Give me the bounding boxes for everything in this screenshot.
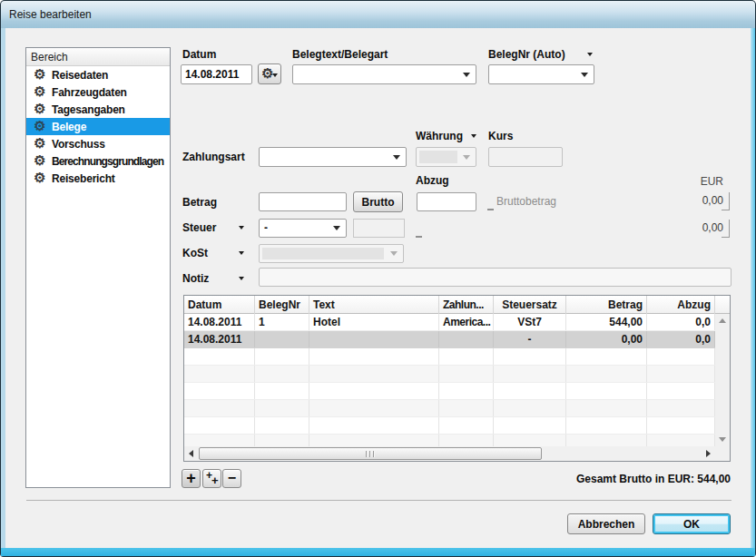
table-cell: 14.08.2011 [184,314,255,330]
sidebar-item-label: Tagesangaben [52,103,125,116]
table-row[interactable]: 14.08.2011-0,000,0 [184,331,715,348]
scroll-left-icon[interactable] [189,450,193,457]
sidebar-item-vorschuss[interactable]: ⚙Vorschuss [26,135,170,152]
table-row[interactable] [184,400,715,417]
steuerbetrag-field-corner [722,220,730,238]
table-cell [439,400,494,416]
table-row[interactable] [184,348,715,366]
scroll-up-icon[interactable] [719,318,726,323]
waehrung-options-icon[interactable] [471,134,476,138]
scrollbar-thumb[interactable] [199,447,542,460]
window-border-bottom [1,548,755,556]
table-cell [566,348,647,365]
belegnr-options-icon[interactable] [587,53,593,56]
column-header-steuersatz[interactable]: Steuersatz [494,296,566,314]
zahlungsart-combobox[interactable] [259,147,407,167]
ok-button[interactable]: OK [653,513,731,534]
table-cell: VSt7 [494,314,566,330]
steuer-combobox[interactable]: - [259,219,347,238]
table-cell [309,400,439,416]
sidebar-item-fahrzeugdaten[interactable]: ⚙Fahrzeugdaten [26,83,170,101]
gear-icon: ⚙ [34,121,45,132]
sidebar-item-berechnungsgrundlagen[interactable]: ⚙Berechnungsgrundlagen [26,152,170,170]
gear-icon: ⚙ [34,103,45,115]
table-cell [184,366,255,382]
cancel-button[interactable]: Abbrechen [567,513,645,534]
sidebar-item-label: Reisebericht [52,172,115,185]
bruttobetrag-dash [487,209,494,210]
table-row[interactable]: 14.08.20111HotelAmerica...VSt7544,000,0 [184,314,715,331]
table-row[interactable] [184,417,715,435]
table-cell [309,366,439,382]
sidebar-item-belege[interactable]: ⚙Belege [26,118,170,135]
sidebar-item-reisedaten[interactable]: ⚙Reisedaten [26,66,170,83]
column-header-text[interactable]: Text [309,296,439,314]
bruttobetrag-value: 0,00 [672,194,723,207]
steuer-options-icon[interactable] [239,226,244,230]
copy-row-button[interactable]: + + [202,469,221,488]
zahlungsart-label: Zahlungsart [182,151,245,163]
table-cell [647,400,715,416]
sidebar-item-tagesangaben[interactable]: ⚙Tagesangaben [26,101,170,118]
betrag-input[interactable] [259,192,347,211]
bruttobetrag-label: Bruttobetrag [496,195,556,208]
kost-options-icon[interactable] [239,251,244,255]
gear-icon: ⚙ [34,172,45,184]
waehrung-label: Währung [416,130,463,142]
belege-table: DatumBelegNrTextZahlun...SteuersatzBetra… [183,295,731,462]
sidebar-item-reisebericht[interactable]: ⚙Reisebericht [26,170,170,187]
table-cell: Hotel [309,314,439,330]
table-cell: 544,00 [566,314,647,330]
sidebar-item-label: Vorschuss [52,138,105,151]
table-vertical-scrollbar[interactable] [715,314,730,446]
table-header-row: DatumBelegNrTextZahlun...SteuersatzBetra… [184,296,730,314]
betrag-label: Betrag [182,196,217,209]
kurs-input [488,147,563,167]
kurs-label: Kurs [488,130,513,142]
gesamt-brutto-total: Gesamt Brutto in EUR: 544,00 [454,473,731,485]
column-header-datum[interactable]: Datum [184,296,255,314]
table-horizontal-scrollbar[interactable] [184,446,715,461]
gear-icon: ⚙ [34,155,45,167]
chevron-down-icon [463,155,470,160]
table-cell [255,383,309,399]
table-cell [647,366,715,382]
table-cell [309,348,439,365]
belegnr-combobox[interactable] [488,64,594,84]
scroll-right-icon[interactable] [706,450,711,457]
table-row[interactable] [184,366,715,383]
table-cell [566,366,647,382]
notiz-options-icon[interactable] [239,277,244,280]
datum-input[interactable] [181,64,252,84]
abzug-input[interactable] [417,192,476,211]
column-header-belegnr[interactable]: BelegNr [255,296,309,314]
separator-line [26,500,731,501]
table-cell [494,400,566,416]
window-border-left [1,28,5,548]
column-header-abzug[interactable]: Abzug [647,296,715,314]
belegnr-label: BelegNr (Auto) [488,48,565,61]
datum-calendar-button[interactable]: ⚙ [258,64,281,84]
table-row[interactable] [184,383,715,400]
table-cell [255,331,309,347]
chevron-down-icon [581,73,588,77]
add-row-button[interactable]: + [182,469,201,488]
table-cell [647,417,715,434]
column-header-betrag[interactable]: Betrag [566,296,647,314]
remove-row-button[interactable]: − [222,469,241,488]
table-cell [184,400,255,416]
table-cell [309,383,439,399]
chevron-down-icon [463,73,470,77]
belegtext-combobox[interactable] [292,64,476,84]
titlebar[interactable]: Reise bearbeiten [1,1,755,28]
datum-label: Datum [182,48,216,61]
column-header-zahlun[interactable]: Zahlun... [439,296,494,314]
chevron-down-icon [390,251,398,256]
table-cell [184,348,255,365]
sidebar-item-label: Berechnungsgrundlagen [52,155,163,168]
abzug-label: Abzug [416,174,449,187]
table-cell: 0,0 [647,314,715,330]
brutto-button[interactable]: Brutto [353,191,403,212]
table-cell [184,417,255,434]
scroll-down-icon[interactable] [719,437,726,442]
